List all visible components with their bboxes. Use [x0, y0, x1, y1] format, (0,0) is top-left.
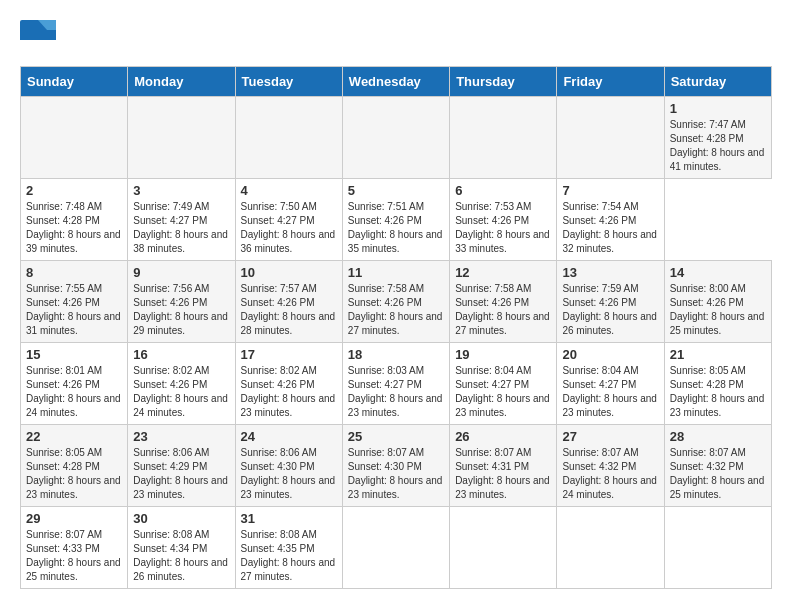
day-info: Sunrise: 8:00 AMSunset: 4:26 PMDaylight:…	[670, 283, 765, 336]
col-header-thursday: Thursday	[450, 67, 557, 97]
day-info: Sunrise: 8:07 AMSunset: 4:30 PMDaylight:…	[348, 447, 443, 500]
day-number: 14	[670, 265, 766, 280]
col-header-monday: Monday	[128, 67, 235, 97]
calendar-cell: 1Sunrise: 7:47 AMSunset: 4:28 PMDaylight…	[664, 97, 771, 179]
day-number: 5	[348, 183, 444, 198]
day-number: 12	[455, 265, 551, 280]
day-number: 18	[348, 347, 444, 362]
day-info: Sunrise: 8:03 AMSunset: 4:27 PMDaylight:…	[348, 365, 443, 418]
day-info: Sunrise: 7:59 AMSunset: 4:26 PMDaylight:…	[562, 283, 657, 336]
day-number: 28	[670, 429, 766, 444]
calendar-cell	[450, 507, 557, 589]
calendar-cell	[128, 97, 235, 179]
calendar-cell: 10Sunrise: 7:57 AMSunset: 4:26 PMDayligh…	[235, 261, 342, 343]
day-info: Sunrise: 7:49 AMSunset: 4:27 PMDaylight:…	[133, 201, 228, 254]
col-header-wednesday: Wednesday	[342, 67, 449, 97]
calendar-cell: 6Sunrise: 7:53 AMSunset: 4:26 PMDaylight…	[450, 179, 557, 261]
calendar-cell: 23Sunrise: 8:06 AMSunset: 4:29 PMDayligh…	[128, 425, 235, 507]
calendar-cell: 26Sunrise: 8:07 AMSunset: 4:31 PMDayligh…	[450, 425, 557, 507]
calendar-cell: 4Sunrise: 7:50 AMSunset: 4:27 PMDaylight…	[235, 179, 342, 261]
calendar-header-row: SundayMondayTuesdayWednesdayThursdayFrid…	[21, 67, 772, 97]
calendar-cell: 22Sunrise: 8:05 AMSunset: 4:28 PMDayligh…	[21, 425, 128, 507]
day-number: 17	[241, 347, 337, 362]
day-info: Sunrise: 7:56 AMSunset: 4:26 PMDaylight:…	[133, 283, 228, 336]
calendar-table: SundayMondayTuesdayWednesdayThursdayFrid…	[20, 66, 772, 589]
week-row-1: 1Sunrise: 7:47 AMSunset: 4:28 PMDaylight…	[21, 97, 772, 179]
day-number: 16	[133, 347, 229, 362]
day-info: Sunrise: 7:58 AMSunset: 4:26 PMDaylight:…	[348, 283, 443, 336]
day-number: 11	[348, 265, 444, 280]
day-info: Sunrise: 8:04 AMSunset: 4:27 PMDaylight:…	[562, 365, 657, 418]
day-info: Sunrise: 7:55 AMSunset: 4:26 PMDaylight:…	[26, 283, 121, 336]
calendar-cell	[342, 97, 449, 179]
calendar-cell: 18Sunrise: 8:03 AMSunset: 4:27 PMDayligh…	[342, 343, 449, 425]
day-number: 29	[26, 511, 122, 526]
day-info: Sunrise: 7:53 AMSunset: 4:26 PMDaylight:…	[455, 201, 550, 254]
calendar-cell: 16Sunrise: 8:02 AMSunset: 4:26 PMDayligh…	[128, 343, 235, 425]
day-info: Sunrise: 7:58 AMSunset: 4:26 PMDaylight:…	[455, 283, 550, 336]
calendar-cell	[342, 507, 449, 589]
calendar-cell: 3Sunrise: 7:49 AMSunset: 4:27 PMDaylight…	[128, 179, 235, 261]
day-number: 3	[133, 183, 229, 198]
day-number: 9	[133, 265, 229, 280]
week-row-3: 8Sunrise: 7:55 AMSunset: 4:26 PMDaylight…	[21, 261, 772, 343]
day-number: 24	[241, 429, 337, 444]
day-info: Sunrise: 8:08 AMSunset: 4:35 PMDaylight:…	[241, 529, 336, 582]
col-header-friday: Friday	[557, 67, 664, 97]
calendar-cell: 21Sunrise: 8:05 AMSunset: 4:28 PMDayligh…	[664, 343, 771, 425]
calendar-cell: 5Sunrise: 7:51 AMSunset: 4:26 PMDaylight…	[342, 179, 449, 261]
day-number: 19	[455, 347, 551, 362]
calendar-cell: 9Sunrise: 7:56 AMSunset: 4:26 PMDaylight…	[128, 261, 235, 343]
day-number: 31	[241, 511, 337, 526]
calendar-cell	[664, 507, 771, 589]
day-info: Sunrise: 8:01 AMSunset: 4:26 PMDaylight:…	[26, 365, 121, 418]
col-header-sunday: Sunday	[21, 67, 128, 97]
day-number: 4	[241, 183, 337, 198]
calendar-cell: 14Sunrise: 8:00 AMSunset: 4:26 PMDayligh…	[664, 261, 771, 343]
calendar-cell	[450, 97, 557, 179]
day-number: 25	[348, 429, 444, 444]
calendar-cell: 8Sunrise: 7:55 AMSunset: 4:26 PMDaylight…	[21, 261, 128, 343]
calendar-cell: 2Sunrise: 7:48 AMSunset: 4:28 PMDaylight…	[21, 179, 128, 261]
calendar-cell: 27Sunrise: 8:07 AMSunset: 4:32 PMDayligh…	[557, 425, 664, 507]
day-number: 10	[241, 265, 337, 280]
day-info: Sunrise: 8:07 AMSunset: 4:31 PMDaylight:…	[455, 447, 550, 500]
calendar-cell: 7Sunrise: 7:54 AMSunset: 4:26 PMDaylight…	[557, 179, 664, 261]
day-info: Sunrise: 8:04 AMSunset: 4:27 PMDaylight:…	[455, 365, 550, 418]
day-number: 26	[455, 429, 551, 444]
day-info: Sunrise: 7:51 AMSunset: 4:26 PMDaylight:…	[348, 201, 443, 254]
calendar-cell: 29Sunrise: 8:07 AMSunset: 4:33 PMDayligh…	[21, 507, 128, 589]
calendar-cell	[235, 97, 342, 179]
week-row-4: 15Sunrise: 8:01 AMSunset: 4:26 PMDayligh…	[21, 343, 772, 425]
calendar-cell: 13Sunrise: 7:59 AMSunset: 4:26 PMDayligh…	[557, 261, 664, 343]
calendar-cell: 19Sunrise: 8:04 AMSunset: 4:27 PMDayligh…	[450, 343, 557, 425]
day-number: 21	[670, 347, 766, 362]
week-row-2: 2Sunrise: 7:48 AMSunset: 4:28 PMDaylight…	[21, 179, 772, 261]
day-number: 1	[670, 101, 766, 116]
day-info: Sunrise: 8:02 AMSunset: 4:26 PMDaylight:…	[133, 365, 228, 418]
day-info: Sunrise: 8:05 AMSunset: 4:28 PMDaylight:…	[670, 365, 765, 418]
calendar-cell: 28Sunrise: 8:07 AMSunset: 4:32 PMDayligh…	[664, 425, 771, 507]
calendar-cell: 11Sunrise: 7:58 AMSunset: 4:26 PMDayligh…	[342, 261, 449, 343]
day-number: 13	[562, 265, 658, 280]
day-number: 27	[562, 429, 658, 444]
day-info: Sunrise: 7:50 AMSunset: 4:27 PMDaylight:…	[241, 201, 336, 254]
day-info: Sunrise: 8:07 AMSunset: 4:32 PMDaylight:…	[562, 447, 657, 500]
day-info: Sunrise: 8:06 AMSunset: 4:30 PMDaylight:…	[241, 447, 336, 500]
day-info: Sunrise: 7:57 AMSunset: 4:26 PMDaylight:…	[241, 283, 336, 336]
calendar-cell: 17Sunrise: 8:02 AMSunset: 4:26 PMDayligh…	[235, 343, 342, 425]
day-number: 8	[26, 265, 122, 280]
day-info: Sunrise: 8:07 AMSunset: 4:32 PMDaylight:…	[670, 447, 765, 500]
day-info: Sunrise: 8:06 AMSunset: 4:29 PMDaylight:…	[133, 447, 228, 500]
day-info: Sunrise: 7:48 AMSunset: 4:28 PMDaylight:…	[26, 201, 121, 254]
day-info: Sunrise: 8:05 AMSunset: 4:28 PMDaylight:…	[26, 447, 121, 500]
calendar-cell: 25Sunrise: 8:07 AMSunset: 4:30 PMDayligh…	[342, 425, 449, 507]
svg-rect-2	[20, 30, 56, 40]
day-number: 2	[26, 183, 122, 198]
week-row-6: 29Sunrise: 8:07 AMSunset: 4:33 PMDayligh…	[21, 507, 772, 589]
day-number: 15	[26, 347, 122, 362]
calendar-cell: 20Sunrise: 8:04 AMSunset: 4:27 PMDayligh…	[557, 343, 664, 425]
col-header-tuesday: Tuesday	[235, 67, 342, 97]
day-number: 20	[562, 347, 658, 362]
calendar-cell: 24Sunrise: 8:06 AMSunset: 4:30 PMDayligh…	[235, 425, 342, 507]
